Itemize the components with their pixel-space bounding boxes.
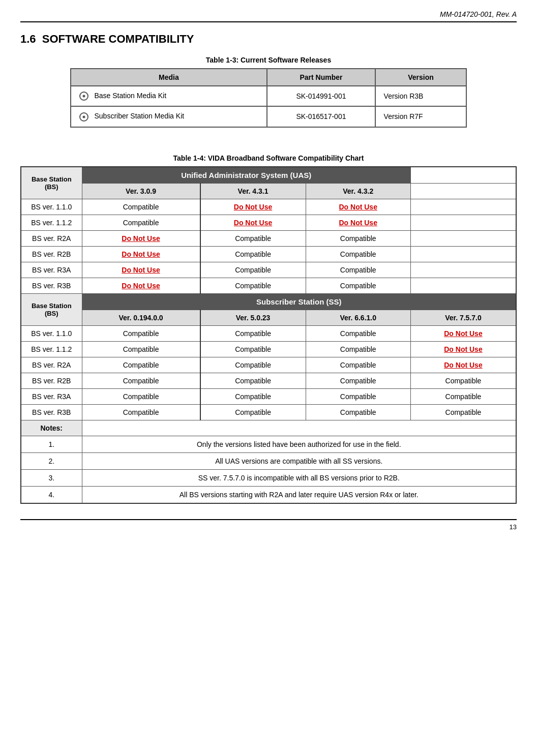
ss-version-row: Ver. 0.194.0.0 Ver. 5.0.23 Ver. 6.6.1.0 … — [21, 310, 516, 325]
table1-4-title: Table 1-4: VIDA Broadband Software Compa… — [20, 154, 517, 162]
bs-version: BS ver. R3B — [21, 278, 82, 293]
media-label: Base Station Media Kit — [94, 92, 166, 100]
bs-version: BS ver. R2A — [21, 230, 82, 246]
compat-cell: Compatible — [200, 357, 306, 373]
ss-ver-01940: Ver. 0.194.0.0 — [82, 310, 200, 325]
note-number: 2. — [21, 452, 82, 469]
compat-cell: Compatible — [306, 278, 410, 293]
dnu-cell: Do Not Use — [82, 246, 200, 262]
note-number: 4. — [21, 486, 82, 503]
bs-version: BS ver. R2B — [21, 373, 82, 388]
empty-cell — [410, 246, 516, 262]
compat-cell: Compatible — [306, 404, 410, 420]
table-row: Subscriber Station Media Kit SK-016517-0… — [71, 106, 467, 127]
compat-cell: Compatible — [200, 246, 306, 262]
uas-main-header: Unified Administrator System (UAS) — [82, 167, 410, 184]
compat-cell: Compatible — [306, 325, 410, 341]
table-row: BS ver. R3B Do Not Use Compatible Compat… — [21, 278, 516, 293]
note-text: All UAS versions are compatible with all… — [82, 452, 516, 469]
compat-cell: Compatible — [410, 388, 516, 404]
table1-3-title: Table 1-3: Current Software Releases — [20, 56, 517, 64]
bs-version: BS ver. R3A — [21, 388, 82, 404]
compat-cell: Compatible — [306, 373, 410, 388]
bs-version: BS ver. R3B — [21, 404, 82, 420]
note-text: All BS versions starting with R2A and la… — [82, 486, 516, 503]
compat-cell: Compatible — [200, 388, 306, 404]
dnu-cell: Do Not Use — [410, 341, 516, 357]
compat-cell: Compatible — [410, 373, 516, 388]
ss-ver-6610: Ver. 6.6.1.0 — [306, 310, 410, 325]
ss-main-header: Subscriber Station (SS) — [82, 293, 516, 310]
table-row: BS ver. 1.1.2 Compatible Compatible Comp… — [21, 341, 516, 357]
compat-cell: Compatible — [82, 373, 200, 388]
table-row: BS ver. 1.1.0 Compatible Compatible Comp… — [21, 325, 516, 341]
ss-header-row: Base Station(BS) Subscriber Station (SS) — [21, 293, 516, 310]
doc-number: MM-014720-001, Rev. A — [440, 10, 517, 18]
media-cell: Subscriber Station Media Kit — [71, 106, 267, 127]
ss-ver-7570: Ver. 7.5.7.0 — [410, 310, 516, 325]
dnu-cell: Do Not Use — [82, 230, 200, 246]
uas-version-row: Ver. 3.0.9 Ver. 4.3.1 Ver. 4.3.2 — [21, 183, 516, 199]
bs-version: BS ver. 1.1.0 — [21, 325, 82, 341]
bs-version: BS ver. 1.1.2 — [21, 215, 82, 230]
compat-cell: Compatible — [306, 357, 410, 373]
empty-cell — [410, 278, 516, 293]
table-row: BS ver. R3A Do Not Use Compatible Compat… — [21, 262, 516, 278]
bs-column-header-2: Base Station(BS) — [21, 293, 82, 325]
compat-cell: Compatible — [200, 404, 306, 420]
page-number: 13 — [20, 519, 517, 531]
ss-ver-5023: Ver. 5.0.23 — [200, 310, 306, 325]
compat-cell: Compatible — [306, 388, 410, 404]
col-media: Media — [71, 69, 267, 86]
table1-3: Media Part Number Version Base Station M… — [70, 68, 467, 128]
doc-header: MM-014720-001, Rev. A — [20, 10, 517, 22]
media-label: Subscriber Station Media Kit — [94, 112, 184, 120]
table-row: Base Station Media Kit SK-014991-001 Ver… — [71, 86, 467, 106]
note-number: 3. — [21, 469, 82, 486]
uas-header-row: Base Station(BS) Unified Administrator S… — [21, 167, 516, 184]
compat-cell: Compatible — [200, 373, 306, 388]
compat-cell: Compatible — [306, 230, 410, 246]
note-text: Only the versions listed have been autho… — [82, 436, 516, 452]
table-row: BS ver. R3A Compatible Compatible Compat… — [21, 388, 516, 404]
notes-empty — [82, 420, 516, 436]
empty-header — [410, 167, 516, 184]
bs-version: BS ver. R3A — [21, 262, 82, 278]
bs-version: BS ver. 1.1.0 — [21, 199, 82, 215]
bs-version: BS ver. 1.1.2 — [21, 341, 82, 357]
table-row: BS ver. R2B Compatible Compatible Compat… — [21, 373, 516, 388]
col-version: Version — [375, 69, 467, 86]
bs-version: BS ver. R2A — [21, 357, 82, 373]
table-row: BS ver. R3B Compatible Compatible Compat… — [21, 404, 516, 420]
compat-cell: Compatible — [82, 325, 200, 341]
compat-cell: Compatible — [200, 325, 306, 341]
dnu-cell: Do Not Use — [200, 199, 306, 215]
table-row: BS ver. 1.1.0 Compatible Do Not Use Do N… — [21, 199, 516, 215]
compat-cell: Compatible — [82, 388, 200, 404]
bs-column-header: Base Station(BS) — [21, 167, 82, 199]
empty-subheader — [410, 183, 516, 199]
compat-cell: Compatible — [82, 404, 200, 420]
compat-cell: Compatible — [200, 230, 306, 246]
dnu-cell: Do Not Use — [410, 357, 516, 373]
empty-cell — [410, 199, 516, 215]
cd-icon — [79, 92, 88, 101]
compat-cell: Compatible — [200, 341, 306, 357]
table-row: BS ver. 1.1.2 Compatible Do Not Use Do N… — [21, 215, 516, 230]
compat-cell: Compatible — [306, 262, 410, 278]
compat-cell: Compatible — [82, 215, 200, 230]
part-number-cell: SK-014991-001 — [267, 86, 375, 106]
dnu-cell: Do Not Use — [306, 215, 410, 230]
version-cell: Version R3B — [375, 86, 467, 106]
cd-icon — [79, 112, 88, 122]
notes-label: Notes: — [21, 420, 82, 436]
table-row: BS ver. R2A Do Not Use Compatible Compat… — [21, 230, 516, 246]
compat-cell: Compatible — [200, 262, 306, 278]
note-text: SS ver. 7.5.7.0 is incompatible with all… — [82, 469, 516, 486]
table-row: BS ver. R2B Do Not Use Compatible Compat… — [21, 246, 516, 262]
section-title: 1.6 SOFTWARE COMPATIBILITY — [20, 33, 517, 46]
compat-cell: Compatible — [306, 341, 410, 357]
empty-cell — [410, 262, 516, 278]
dnu-cell: Do Not Use — [82, 278, 200, 293]
dnu-cell: Do Not Use — [306, 199, 410, 215]
